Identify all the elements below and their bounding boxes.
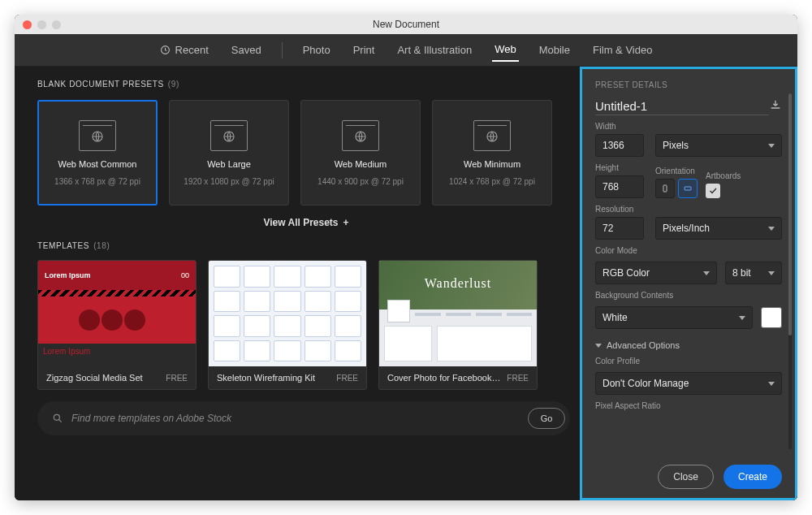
svg-rect-6 <box>663 185 667 192</box>
tab-print[interactable]: Print <box>351 39 378 61</box>
browser-globe-icon <box>342 120 379 151</box>
plus-icon: + <box>343 217 349 228</box>
resolution-input[interactable]: 72 <box>595 217 644 240</box>
background-swatch[interactable] <box>761 307 782 328</box>
save-preset-icon[interactable] <box>769 98 782 115</box>
clock-icon <box>160 45 171 55</box>
presets-heading: BLANK DOCUMENT PRESETS (9) <box>37 80 570 89</box>
tab-saved[interactable]: Saved <box>229 39 264 61</box>
stock-search[interactable]: Find more templates on Adobe Stock Go <box>37 401 570 435</box>
scrollbar[interactable] <box>788 93 792 449</box>
preset-web-large[interactable]: Web Large 1920 x 1080 px @ 72 ppi <box>169 100 289 206</box>
search-go-button[interactable]: Go <box>528 408 565 429</box>
search-placeholder: Find more templates on Adobe Stock <box>71 413 528 424</box>
preset-details-heading: PRESET DETAILS <box>595 80 782 89</box>
chevron-down-icon <box>595 344 602 348</box>
bit-depth-select[interactable]: 8 bit <box>725 262 782 284</box>
preset-details-panel: PRESET DETAILS Width 1366 Pixels <box>580 67 797 500</box>
template-thumb: Wanderlust <box>379 261 537 366</box>
chevron-down-icon <box>703 271 710 275</box>
tab-art-illustration[interactable]: Art & Illustration <box>395 39 474 61</box>
width-input[interactable]: 1366 <box>595 134 644 157</box>
artboards-checkbox[interactable] <box>706 184 720 198</box>
new-document-dialog: New Document Recent Saved Photo Print Ar… <box>15 15 797 500</box>
preset-web-most-common[interactable]: Web Most Common 1366 x 768 px @ 72 ppi <box>37 100 158 206</box>
window-title: New Document <box>15 19 797 30</box>
chevron-down-icon <box>768 227 775 231</box>
tab-photo[interactable]: Photo <box>300 39 333 61</box>
browser-globe-icon <box>210 120 248 151</box>
close-button[interactable]: Close <box>658 465 714 489</box>
document-name-input[interactable] <box>595 97 769 115</box>
preset-web-minimum[interactable]: Web Minimum 1024 x 768 px @ 72 ppi <box>432 100 552 206</box>
browser-globe-icon <box>473 120 511 151</box>
tab-recent[interactable]: Recent <box>158 39 211 61</box>
background-select[interactable]: White <box>595 306 753 329</box>
color-profile-select[interactable]: Don't Color Manage <box>595 372 782 395</box>
template-skeleton[interactable]: Skeleton Wireframing KitFREE <box>208 260 367 390</box>
svg-rect-7 <box>685 187 691 190</box>
tab-web[interactable]: Web <box>492 38 519 62</box>
width-unit-select[interactable]: Pixels <box>655 134 782 157</box>
tab-film-video[interactable]: Film & Video <box>590 39 654 61</box>
search-icon <box>52 413 63 424</box>
chevron-down-icon <box>768 382 775 386</box>
chevron-down-icon <box>768 144 775 148</box>
category-tabs: Recent Saved Photo Print Art & Illustrat… <box>15 34 797 67</box>
template-facebook-cover[interactable]: Wanderlust Cover Photo for Facebook with… <box>378 260 538 390</box>
left-panel: BLANK DOCUMENT PRESETS (9) Web Most Comm… <box>15 67 580 500</box>
svg-point-5 <box>54 414 59 420</box>
browser-globe-icon <box>79 120 116 151</box>
create-button[interactable]: Create <box>723 465 782 489</box>
advanced-options-toggle[interactable]: Advanced Options <box>595 340 782 350</box>
chevron-down-icon <box>739 316 745 320</box>
template-thumb <box>209 261 366 366</box>
resolution-unit-select[interactable]: Pixels/Inch <box>655 217 782 240</box>
chevron-down-icon <box>768 271 775 275</box>
titlebar: New Document <box>15 15 797 34</box>
view-all-presets-button[interactable]: View All Presets+ <box>37 217 570 228</box>
tab-mobile[interactable]: Mobile <box>537 39 572 61</box>
preset-web-medium[interactable]: Web Medium 1440 x 900 px @ 72 ppi <box>300 100 421 206</box>
orientation-portrait-button[interactable] <box>655 179 675 198</box>
template-zigzag[interactable]: Lorem Ipsum00 Lorem Ipsum Zigzag Social … <box>37 260 197 390</box>
height-input[interactable]: 768 <box>595 175 644 198</box>
templates-heading: TEMPLATES (18) <box>37 241 570 250</box>
template-thumb: Lorem Ipsum00 Lorem Ipsum <box>38 261 196 366</box>
color-mode-select[interactable]: RGB Color <box>595 262 717 284</box>
tab-divider <box>282 42 283 58</box>
orientation-landscape-button[interactable] <box>678 179 698 198</box>
